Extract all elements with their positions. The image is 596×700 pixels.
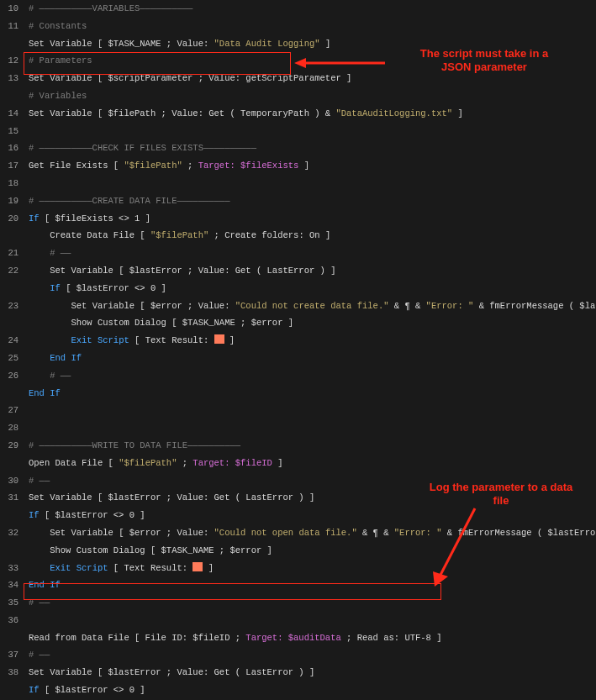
- code-line[interactable]: 35# ——: [0, 594, 596, 612]
- line-number: 16: [0, 139, 24, 157]
- code-line[interactable]: 11# ConstantsSet Variable [ $TASK_NAME ;…: [0, 18, 596, 53]
- code-token: Set Variable [ $TASK_NAME ; Value:: [29, 39, 214, 49]
- code-line[interactable]: 26 # ——End If: [0, 367, 596, 403]
- code-token: & ¶ &: [389, 301, 426, 311]
- code-line[interactable]: 32 Set Variable [ $error ; Value: "Could…: [0, 524, 596, 560]
- code-line[interactable]: 38Set Variable [ $lastError ; Value: Get…: [0, 664, 596, 699]
- code-line[interactable]: 23 Set Variable [ $error ; Value: "Could…: [0, 297, 596, 333]
- code-token: # Parameters: [29, 55, 92, 66]
- code-content: If [ $fileExists <> 1 ] Create Data File…: [24, 210, 596, 245]
- code-token: Set Variable [ $lastError ; Value: Get (…: [29, 667, 314, 677]
- code-token: # ——————————CHECK IF FILES EXISTS———————…: [29, 143, 256, 153]
- code-line[interactable]: 33 Exit Script [ Text Result: ]: [0, 560, 596, 577]
- code-token: End If: [50, 353, 82, 363]
- line-number: 30: [0, 472, 24, 490]
- code-token: [ $fileExists <> 1 ]: [40, 213, 150, 224]
- code-line[interactable]: 25 End If: [0, 350, 596, 367]
- line-number: 13: [0, 70, 24, 87]
- code-line[interactable]: 24 Exit Script [ Text Result: ]: [0, 332, 596, 350]
- code-token: ]: [320, 39, 331, 49]
- code-token: Target: $fileExists: [198, 161, 299, 171]
- line-number: 18: [0, 175, 24, 192]
- code-token: # Variables: [29, 91, 87, 101]
- code-content: # ConstantsSet Variable [ $TASK_NAME ; V…: [24, 18, 596, 53]
- code-line[interactable]: 10# ——————————VARIABLES——————————: [0, 0, 596, 18]
- code-line[interactable]: 27: [0, 402, 596, 419]
- code-token: Set Variable [ $lastError ; Value: Get (…: [50, 266, 335, 276]
- code-token: # ——: [50, 248, 71, 258]
- line-number: 26: [0, 367, 24, 385]
- code-content: # ——: [24, 646, 596, 664]
- code-token: [ $lastError <> 0 ]: [40, 510, 145, 520]
- code-line[interactable]: 13Set Variable [ $scriptParameter ; Valu…: [0, 70, 596, 105]
- line-number: 10: [0, 0, 24, 18]
- code-content: Get File Exists [ "$filePath" ; Target: …: [24, 157, 596, 175]
- code-token: [ Text Result:: [129, 335, 214, 345]
- code-line[interactable]: 19# ——————————CREATE DATA FILE——————————: [0, 192, 596, 210]
- code-line[interactable]: 28: [0, 419, 596, 437]
- code-content: Set Variable [ $scriptParameter ; Value:…: [24, 70, 596, 105]
- code-token: If: [29, 510, 40, 520]
- code-token: # Constants: [29, 21, 87, 31]
- code-content: # ——: [24, 245, 596, 262]
- code-token: & fmErrorMessage ( $lastError ) ]: [442, 528, 596, 538]
- code-line[interactable]: 14Set Variable [ $filePath ; Value: Get …: [0, 105, 596, 123]
- line-number: 37: [0, 646, 24, 664]
- code-content: End If: [24, 576, 596, 594]
- line-number: 23: [0, 297, 24, 315]
- code-token: Create Data File [: [50, 230, 150, 240]
- code-token: End If: [29, 388, 61, 398]
- script-editor[interactable]: 10# ——————————VARIABLES——————————11# Con…: [0, 0, 596, 700]
- code-line[interactable]: 12# Parameters: [0, 52, 596, 70]
- code-token: # ——: [29, 597, 50, 608]
- code-content: # ——————————WRITE TO DATA FILE——————————…: [24, 437, 596, 472]
- code-token: Get File Exists [: [29, 161, 124, 171]
- code-line[interactable]: 37# ——: [0, 646, 596, 664]
- code-content: # ——End If: [24, 367, 596, 403]
- code-line[interactable]: 15: [0, 123, 596, 140]
- code-token: Read from Data File [ File ID: $fileID ;: [29, 633, 245, 643]
- code-content: Exit Script [ Text Result: ]: [24, 560, 596, 577]
- result-box-icon: [214, 334, 224, 344]
- code-token: ;: [177, 458, 193, 468]
- code-token: Set Variable [ $filePath ; Value: Get ( …: [29, 108, 335, 118]
- code-content: End If: [24, 350, 596, 367]
- line-number: 27: [0, 402, 24, 419]
- code-content: Set Variable [ $error ; Value: "Could no…: [24, 524, 596, 560]
- code-token: Target: $auditData: [245, 633, 340, 643]
- code-token: [ $lastError <> 0 ]: [40, 685, 145, 695]
- code-line[interactable]: 34End If: [0, 576, 596, 594]
- code-content: Set Variable [ $lastError ; Value: Get (…: [24, 262, 596, 297]
- code-line[interactable]: 17Get File Exists [ "$filePath" ; Target…: [0, 157, 596, 175]
- code-line[interactable]: 16# ——————————CHECK IF FILES EXISTS—————…: [0, 139, 596, 157]
- code-line[interactable]: 18: [0, 175, 596, 192]
- code-line[interactable]: 31Set Variable [ $lastError ; Value: Get…: [0, 489, 596, 524]
- code-token: "Error: ": [426, 301, 474, 311]
- code-line[interactable]: 30# ——: [0, 472, 596, 490]
- code-line[interactable]: 36Read from Data File [ File ID: $fileID…: [0, 612, 596, 647]
- code-content: # Parameters: [24, 52, 596, 70]
- code-content: Set Variable [ $lastError ; Value: Get (…: [24, 664, 596, 699]
- code-token: Target: $fileID: [193, 458, 272, 468]
- code-token: ; Read as: UTF-8 ]: [341, 633, 442, 643]
- code-token: ]: [224, 335, 235, 345]
- code-token: Show Custom Dialog [ $TASK_NAME ; $error…: [71, 318, 293, 328]
- code-token: ]: [452, 108, 463, 118]
- code-line[interactable]: 29# ——————————WRITE TO DATA FILE————————…: [0, 437, 596, 472]
- code-token: ]: [203, 563, 214, 573]
- line-number: 28: [0, 419, 24, 437]
- line-number: 29: [0, 437, 24, 455]
- code-token: [ Text Result:: [108, 563, 193, 573]
- code-token: Set Variable [ $error ; Value:: [71, 301, 235, 311]
- code-line[interactable]: 21 # ——: [0, 245, 596, 262]
- line-number: 20: [0, 210, 24, 228]
- code-token: # ——————————CREATE DATA FILE——————————: [29, 196, 229, 206]
- code-token: Show Custom Dialog [ $TASK_NAME ; $error…: [50, 545, 272, 555]
- code-token: "DataAuditLogging.txt": [335, 108, 452, 118]
- code-line[interactable]: 22 Set Variable [ $lastError ; Value: Ge…: [0, 262, 596, 297]
- code-token: ;: [182, 161, 198, 171]
- line-number: 38: [0, 664, 24, 682]
- line-number: 24: [0, 332, 24, 350]
- line-number: 33: [0, 560, 24, 577]
- code-line[interactable]: 20If [ $fileExists <> 1 ] Create Data Fi…: [0, 210, 596, 245]
